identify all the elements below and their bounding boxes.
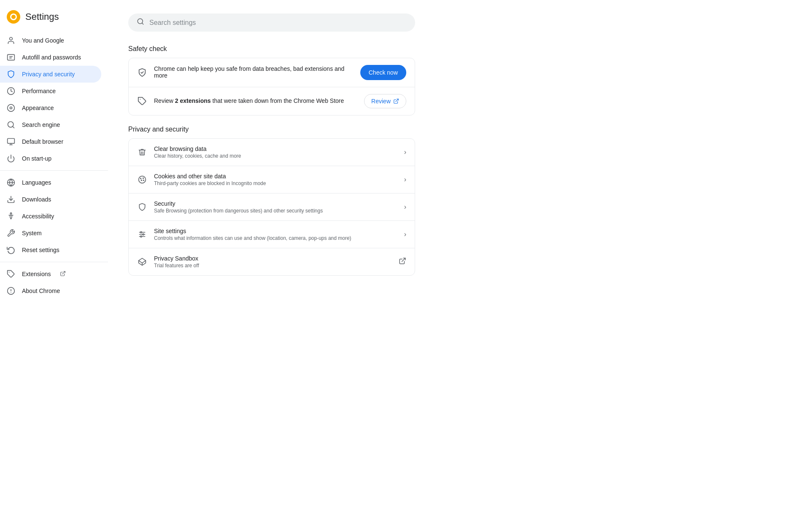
shield-check-icon bbox=[137, 67, 147, 78]
sidebar-item-performance[interactable]: Performance bbox=[0, 83, 101, 99]
speed-icon bbox=[7, 87, 15, 95]
privacy-security-title: Privacy and security bbox=[128, 126, 790, 133]
security-shield-icon bbox=[137, 202, 147, 212]
privacy-sandbox-row[interactable]: Privacy Sandbox Trial features are off bbox=[129, 248, 415, 275]
svg-point-30 bbox=[139, 176, 146, 183]
sidebar-item-appearance[interactable]: Appearance bbox=[0, 99, 101, 116]
palette-icon bbox=[7, 104, 15, 112]
safety-check-section: Safety check Chrome can help keep you sa… bbox=[128, 45, 790, 116]
svg-point-40 bbox=[140, 236, 142, 237]
sidebar-item-label-privacy-and-security: Privacy and security bbox=[22, 71, 75, 78]
svg-point-8 bbox=[8, 105, 15, 112]
sidebar-item-label-about-chrome: About Chrome bbox=[22, 287, 60, 294]
site-settings-content: Site settings Controls what information … bbox=[154, 228, 397, 241]
trash-icon bbox=[137, 147, 147, 157]
check-now-row[interactable]: Chrome can help keep you safe from data … bbox=[129, 58, 415, 87]
site-settings-subtitle: Controls what information sites can use … bbox=[154, 235, 397, 241]
info-icon bbox=[7, 287, 15, 295]
check-now-action: Check now bbox=[360, 65, 406, 80]
sidebar-item-you-and-google[interactable]: You and Google bbox=[0, 32, 101, 49]
sidebar-item-search-engine[interactable]: Search engine bbox=[0, 116, 101, 133]
svg-point-34 bbox=[143, 180, 144, 181]
sidebar-item-reset-settings[interactable]: Reset settings bbox=[0, 242, 101, 258]
search-bar-container bbox=[128, 13, 790, 32]
clear-browsing-data-title: Clear browsing data bbox=[154, 145, 397, 152]
svg-line-11 bbox=[13, 126, 14, 128]
sidebar-item-label-system: System bbox=[22, 230, 42, 236]
history-icon bbox=[7, 246, 15, 254]
cookies-title: Cookies and other site data bbox=[154, 173, 397, 180]
svg-point-31 bbox=[140, 178, 141, 179]
sidebar-item-default-browser[interactable]: Default browser bbox=[0, 133, 101, 150]
sidebar-item-privacy-and-security[interactable]: Privacy and security bbox=[0, 66, 101, 83]
nav-items: You and GoogleAutofill and passwordsPriv… bbox=[0, 32, 108, 299]
privacy-security-card: Clear browsing data Clear history, cooki… bbox=[128, 138, 415, 276]
sidebar-item-label-accessibility: Accessibility bbox=[22, 213, 54, 220]
svg-point-2 bbox=[11, 15, 16, 19]
sidebar-item-label-downloads: Downloads bbox=[22, 196, 51, 203]
cookie-icon bbox=[137, 175, 147, 185]
svg-point-3 bbox=[10, 38, 13, 40]
sidebar-divider bbox=[0, 170, 108, 171]
sidebar-item-label-default-browser: Default browser bbox=[22, 138, 63, 145]
sidebar-item-label-you-and-google: You and Google bbox=[22, 37, 64, 44]
wrench-icon bbox=[7, 229, 15, 237]
security-title: Security bbox=[154, 200, 397, 207]
check-now-title: Chrome can help keep you safe from data … bbox=[154, 65, 354, 79]
settings-title: Settings bbox=[25, 11, 59, 22]
external-link-icon bbox=[399, 258, 406, 266]
sidebar-item-languages[interactable]: Languages bbox=[0, 174, 101, 191]
sidebar-item-label-autofill-and-passwords: Autofill and passwords bbox=[22, 54, 81, 61]
svg-line-43 bbox=[402, 258, 405, 261]
svg-point-33 bbox=[141, 180, 142, 181]
svg-point-32 bbox=[143, 178, 144, 179]
search-icon bbox=[7, 121, 15, 129]
sidebar-item-on-startup[interactable]: On start-up bbox=[0, 150, 101, 167]
cookies-row[interactable]: Cookies and other site data Third-party … bbox=[129, 166, 415, 193]
chevron-right-icon: › bbox=[404, 231, 406, 238]
sidebar-item-about-chrome[interactable]: About Chrome bbox=[0, 282, 101, 299]
sidebar: Settings You and GoogleAutofill and pass… bbox=[0, 0, 108, 532]
puzzle-icon bbox=[137, 96, 147, 106]
security-content: Security Safe Browsing (protection from … bbox=[154, 200, 397, 214]
svg-line-22 bbox=[62, 271, 65, 274]
svg-line-27 bbox=[142, 23, 143, 24]
check-now-button[interactable]: Check now bbox=[360, 65, 406, 80]
clear-browsing-data-row[interactable]: Clear browsing data Clear history, cooki… bbox=[129, 139, 415, 166]
search-icon bbox=[137, 18, 144, 27]
sidebar-item-system[interactable]: System bbox=[0, 225, 101, 242]
site-settings-action: › bbox=[404, 231, 406, 238]
site-settings-row[interactable]: Site settings Controls what information … bbox=[129, 221, 415, 248]
review-extensions-title: Review 2 extensions that were taken down… bbox=[154, 97, 357, 104]
svg-point-38 bbox=[140, 231, 142, 233]
review-button[interactable]: Review bbox=[364, 94, 406, 108]
privacy-security-section: Privacy and security Clear browsing data… bbox=[128, 126, 790, 276]
sandbox-icon bbox=[137, 257, 147, 267]
svg-point-39 bbox=[143, 234, 144, 235]
clear-browsing-data-subtitle: Clear history, cookies, cache and more bbox=[154, 153, 397, 159]
sidebar-item-label-on-startup: On start-up bbox=[22, 155, 51, 162]
external-link-icon bbox=[60, 271, 66, 278]
power-icon bbox=[7, 154, 15, 163]
person-icon bbox=[7, 36, 15, 45]
globe-icon bbox=[7, 178, 15, 187]
sidebar-item-autofill-and-passwords[interactable]: Autofill and passwords bbox=[0, 49, 101, 66]
main-content: Safety check Chrome can help keep you sa… bbox=[108, 0, 810, 532]
security-row[interactable]: Security Safe Browsing (protection from … bbox=[129, 193, 415, 221]
site-settings-title: Site settings bbox=[154, 228, 397, 234]
chevron-right-icon: › bbox=[404, 176, 406, 183]
sidebar-item-downloads[interactable]: Downloads bbox=[0, 191, 101, 208]
sidebar-item-accessibility[interactable]: Accessibility bbox=[0, 208, 101, 225]
sidebar-item-label-search-engine: Search engine bbox=[22, 121, 60, 128]
sidebar-item-label-appearance: Appearance bbox=[22, 105, 54, 111]
accessibility-icon bbox=[7, 212, 15, 220]
sidebar-item-extensions[interactable]: Extensions bbox=[0, 266, 101, 282]
security-action: › bbox=[404, 203, 406, 211]
security-subtitle: Safe Browsing (protection from dangerous… bbox=[154, 208, 397, 214]
search-input[interactable] bbox=[149, 19, 407, 27]
download-icon bbox=[7, 195, 15, 204]
chevron-right-icon: › bbox=[404, 203, 406, 210]
review-extensions-row[interactable]: Review 2 extensions that were taken down… bbox=[129, 87, 415, 115]
cookies-action: › bbox=[404, 176, 406, 183]
privacy-sandbox-action bbox=[399, 257, 406, 267]
